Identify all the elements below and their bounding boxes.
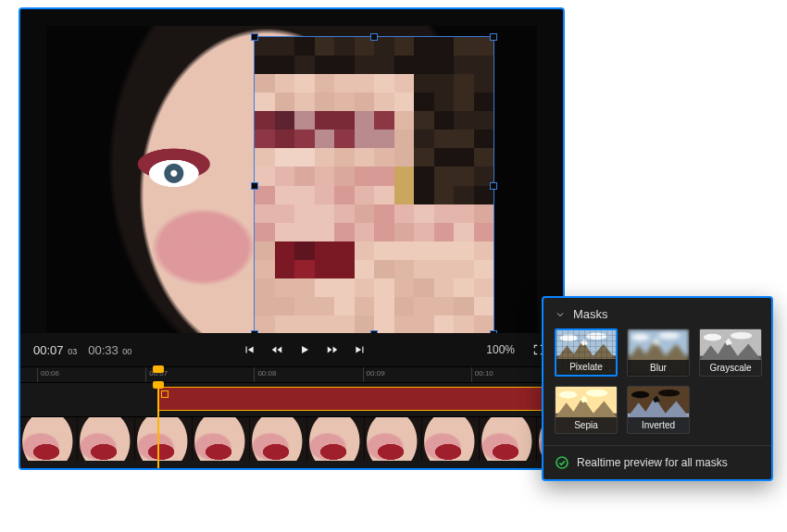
mask-selection-rect[interactable] xyxy=(254,36,494,333)
chevron-down-icon xyxy=(555,309,566,320)
playhead-line[interactable] xyxy=(157,383,159,468)
total-frame-value: 00 xyxy=(122,347,131,356)
resize-handle-bottom-mid[interactable] xyxy=(370,330,378,333)
timeline-ruler[interactable]: 00:0600:0700:0800:0900:10 xyxy=(20,366,563,383)
rewind-icon xyxy=(270,343,283,356)
mask-option-blur[interactable]: Blur xyxy=(627,328,690,377)
resize-handle-bottom-right[interactable] xyxy=(490,330,497,333)
timeline-tracks[interactable] xyxy=(20,383,563,468)
masks-panel-header[interactable]: Masks xyxy=(543,298,771,328)
timeline-thumbnail xyxy=(250,417,307,461)
total-timecode: 00:33 00 xyxy=(88,343,131,357)
mask-option-pixelate[interactable]: Pixelate xyxy=(555,328,618,377)
resize-handle-mid-left[interactable] xyxy=(251,182,258,190)
preview-frame xyxy=(46,26,537,333)
timeline-thumbnail xyxy=(20,417,78,461)
timeline-thumbnail xyxy=(78,417,135,461)
masks-panel-footer: Realtime preview for all masks xyxy=(543,455,771,470)
mask-option-label: Blur xyxy=(628,360,689,376)
forward-icon xyxy=(326,343,339,356)
timeline-thumbnail xyxy=(365,417,422,461)
resize-handle-top-right[interactable] xyxy=(490,33,497,41)
svg-point-16 xyxy=(704,334,721,341)
current-frame-value: 03 xyxy=(68,347,77,356)
ruler-tick: 00:09 xyxy=(363,367,385,382)
timeline-thumbnail xyxy=(135,417,193,461)
skip-back-icon xyxy=(243,343,256,356)
masks-grid: Pixelate Blur Grayscale Sepia xyxy=(543,328,771,434)
timeline-thumbnail xyxy=(193,417,250,461)
mask-clip[interactable] xyxy=(157,387,563,411)
mask-option-label: Sepia xyxy=(556,417,617,433)
svg-point-23 xyxy=(586,390,607,397)
skip-forward-icon xyxy=(354,343,367,356)
skip-back-button[interactable] xyxy=(238,339,260,361)
current-time-value: 00:07 xyxy=(33,343,64,357)
mask-option-sepia[interactable]: Sepia xyxy=(555,386,618,434)
resize-handle-bottom-left[interactable] xyxy=(251,330,258,333)
transport-bar: 00:07 03 00:33 00 100% xyxy=(20,333,563,366)
thumbnail-strip xyxy=(20,416,563,461)
masks-panel-title: Masks xyxy=(573,307,608,321)
svg-point-17 xyxy=(731,332,752,340)
mask-option-label: Grayscale xyxy=(700,360,761,376)
fast-forward-button[interactable] xyxy=(321,339,344,361)
masks-panel: Masks Pixelate Blur Grayscale xyxy=(542,296,773,481)
resize-handle-top-mid[interactable] xyxy=(370,33,378,41)
svg-point-10 xyxy=(631,334,649,341)
svg-point-30 xyxy=(556,457,568,468)
zoom-level: 100% xyxy=(486,343,515,356)
svg-point-22 xyxy=(559,391,577,399)
mask-option-label: Inverted xyxy=(628,417,689,433)
mask-option-label: Pixelate xyxy=(556,359,616,375)
masks-footer-text: Realtime preview for all masks xyxy=(577,456,728,469)
svg-point-11 xyxy=(658,332,680,340)
preview-area xyxy=(20,9,563,333)
ruler-tick: 00:08 xyxy=(254,367,276,382)
current-timecode: 00:07 03 xyxy=(33,343,77,357)
ruler-tick: 00:06 xyxy=(37,367,59,382)
svg-point-28 xyxy=(631,391,649,399)
mask-option-inverted[interactable]: Inverted xyxy=(627,386,690,434)
timeline-thumbnail xyxy=(422,417,480,461)
panel-divider xyxy=(543,445,771,446)
ruler-tick: 00:10 xyxy=(471,367,493,382)
check-circle-icon xyxy=(555,455,569,470)
timeline-thumbnail xyxy=(480,417,537,461)
clip-start-handle[interactable] xyxy=(161,390,169,398)
resize-handle-top-left[interactable] xyxy=(251,33,258,41)
timeline-thumbnail xyxy=(307,417,365,461)
play-button[interactable] xyxy=(294,339,316,361)
skip-forward-button[interactable] xyxy=(349,339,371,361)
rewind-button[interactable] xyxy=(266,339,288,361)
total-time-value: 00:33 xyxy=(88,343,119,357)
play-icon xyxy=(298,343,311,356)
resize-handle-mid-right[interactable] xyxy=(490,182,497,190)
mask-option-grayscale[interactable]: Grayscale xyxy=(699,328,762,377)
video-editor-window: 00:07 03 00:33 00 100% 00:0600 xyxy=(19,7,565,470)
svg-point-29 xyxy=(658,390,680,397)
